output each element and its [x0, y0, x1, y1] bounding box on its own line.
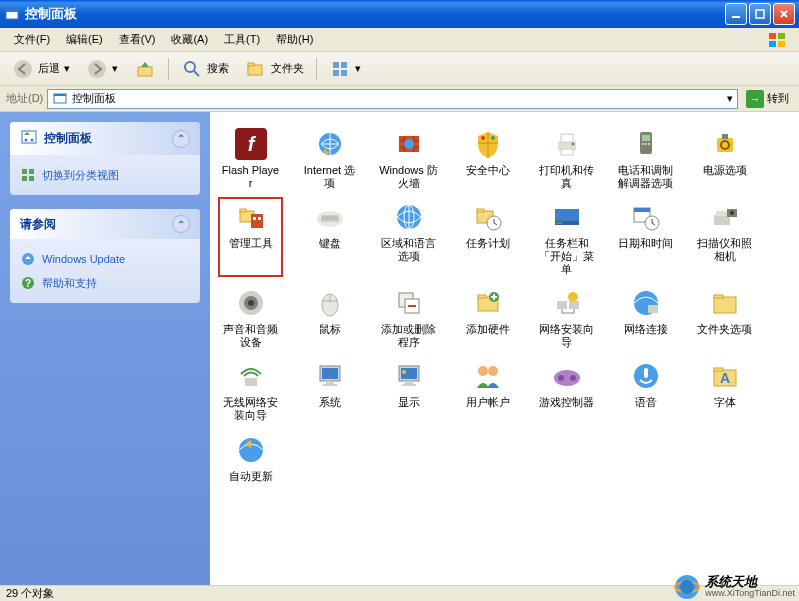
control-panel-item[interactable]: 任务计划: [455, 197, 520, 277]
control-panel-item[interactable]: 管理工具: [218, 197, 283, 277]
svg-rect-65: [634, 208, 650, 212]
item-label: 用户帐户: [466, 396, 510, 409]
control-panel-item[interactable]: 添加或删除程序: [376, 283, 441, 350]
address-label: 地址(D): [6, 91, 43, 106]
item-label: 日期和时间: [618, 237, 673, 250]
control-panel-item[interactable]: 游戏控制器: [534, 356, 599, 423]
control-panel-item[interactable]: 扫描仪和照相机: [692, 197, 757, 277]
control-panel-item[interactable]: 文件夹选项: [692, 283, 757, 350]
control-panel-item[interactable]: 网络安装向导: [534, 283, 599, 350]
panel-header[interactable]: 控制面板 ⌃: [10, 122, 200, 155]
collapse-icon[interactable]: ⌃: [172, 130, 190, 148]
control-panel-item[interactable]: 语音: [613, 356, 678, 423]
control-panel-item[interactable]: Internet 选项: [297, 124, 362, 191]
control-panel-item[interactable]: 显示: [376, 356, 441, 423]
svg-rect-90: [322, 368, 338, 379]
search-button[interactable]: 搜索: [175, 56, 235, 82]
control-panel-item[interactable]: Windows 防火墙: [376, 124, 441, 191]
control-panel-item[interactable]: 打印机和传真: [534, 124, 599, 191]
globe-icon: [391, 199, 427, 235]
item-label: Windows 防火墙: [378, 164, 439, 189]
control-panel-item[interactable]: 鼠标: [297, 283, 362, 350]
address-dropdown-icon[interactable]: ▾: [727, 92, 733, 105]
watermark-globe-icon: [673, 573, 701, 601]
go-arrow-icon: →: [746, 90, 764, 108]
link-label: Windows Update: [42, 253, 125, 265]
switch-to-category-view-link[interactable]: 切换到分类视图: [20, 163, 190, 187]
menu-edit[interactable]: 编辑(E): [58, 29, 111, 50]
menu-file[interactable]: 文件(F): [6, 29, 58, 50]
control-panel-item[interactable]: 无线网络安装向导: [218, 356, 283, 423]
control-panel-item[interactable]: 电源选项: [692, 124, 757, 191]
menu-help[interactable]: 帮助(H): [268, 29, 321, 50]
svg-point-70: [730, 211, 734, 215]
windows-update-link[interactable]: Windows Update: [20, 247, 190, 271]
control-panel-item[interactable]: 日期和时间: [613, 197, 678, 277]
svg-rect-95: [405, 381, 413, 384]
svg-rect-25: [22, 176, 27, 181]
control-panel-item[interactable]: fFlash Player: [218, 124, 283, 191]
svg-point-99: [488, 366, 498, 376]
control-panel-item[interactable]: 键盘: [297, 197, 362, 277]
flash-icon: f: [233, 126, 269, 162]
address-field[interactable]: 控制面板 ▾: [47, 89, 738, 109]
sidebar-panel-see-also: 请参阅 ⌃ Windows Update ? 帮助和支持: [10, 209, 200, 303]
go-button[interactable]: → 转到: [742, 89, 793, 109]
svg-rect-1: [6, 10, 18, 12]
views-button[interactable]: ▾: [323, 56, 367, 82]
item-label: 系统: [319, 396, 341, 409]
svg-point-11: [185, 62, 195, 72]
sound-icon: [233, 285, 269, 321]
collapse-icon[interactable]: ⌃: [172, 215, 190, 233]
menu-tools[interactable]: 工具(T): [216, 29, 268, 50]
control-panel-item[interactable]: 任务栏和「开始」菜单: [534, 197, 599, 277]
svg-rect-20: [22, 131, 36, 143]
svg-point-97: [402, 370, 406, 374]
minimize-button[interactable]: [725, 3, 747, 25]
panel-header[interactable]: 请参阅 ⌃: [10, 209, 200, 239]
control-panel-item[interactable]: 区域和语言选项: [376, 197, 441, 277]
phone-icon: [628, 126, 664, 162]
svg-rect-5: [778, 33, 785, 39]
control-panel-item[interactable]: 添加硬件: [455, 283, 520, 350]
svg-point-100: [554, 370, 580, 386]
control-panel-item[interactable]: 声音和音频设备: [218, 283, 283, 350]
folders-button[interactable]: 文件夹: [239, 56, 310, 82]
svg-point-83: [568, 292, 578, 302]
menu-view[interactable]: 查看(V): [111, 29, 164, 50]
link-label: 帮助和支持: [42, 276, 97, 291]
close-button[interactable]: [773, 3, 795, 25]
item-label: 添加硬件: [466, 323, 510, 336]
control-panel-item[interactable]: 用户帐户: [455, 356, 520, 423]
svg-rect-44: [645, 143, 647, 145]
item-label: 无线网络安装向导: [220, 396, 281, 421]
display-icon: [391, 358, 427, 394]
app-icon: [4, 6, 20, 22]
back-button[interactable]: 后退 ▾: [6, 56, 76, 82]
control-panel-item[interactable]: 安全中心: [455, 124, 520, 191]
control-panel-item[interactable]: 电话和调制解调器选项: [613, 124, 678, 191]
svg-rect-2: [732, 16, 740, 18]
menu-favorites[interactable]: 收藏(A): [163, 29, 216, 50]
item-label: 打印机和传真: [536, 164, 597, 189]
item-label: 游戏控制器: [539, 396, 594, 409]
control-panel-item[interactable]: 自动更新: [218, 430, 283, 485]
item-label: Internet 选项: [299, 164, 360, 189]
svg-point-34: [404, 139, 414, 149]
control-panel-item[interactable]: 网络连接: [613, 283, 678, 350]
up-button[interactable]: [128, 56, 162, 82]
taskbar-icon: [549, 199, 585, 235]
control-panel-item[interactable]: A字体: [692, 356, 757, 423]
svg-rect-92: [323, 384, 337, 386]
item-label: 任务计划: [466, 237, 510, 250]
forward-button[interactable]: ▾: [80, 56, 124, 82]
control-panel-item[interactable]: 系统: [297, 356, 362, 423]
svg-rect-59: [477, 209, 484, 212]
watermark-url: www.XiTongTianDi.net: [705, 589, 795, 599]
folders-icon: [245, 58, 267, 80]
help-support-link[interactable]: ? 帮助和支持: [20, 271, 190, 295]
svg-rect-26: [29, 176, 34, 181]
svg-point-111: [680, 580, 694, 594]
icon-grid: fFlash PlayerInternet 选项Windows 防火墙安全中心打…: [218, 124, 791, 484]
maximize-button[interactable]: [749, 3, 771, 25]
